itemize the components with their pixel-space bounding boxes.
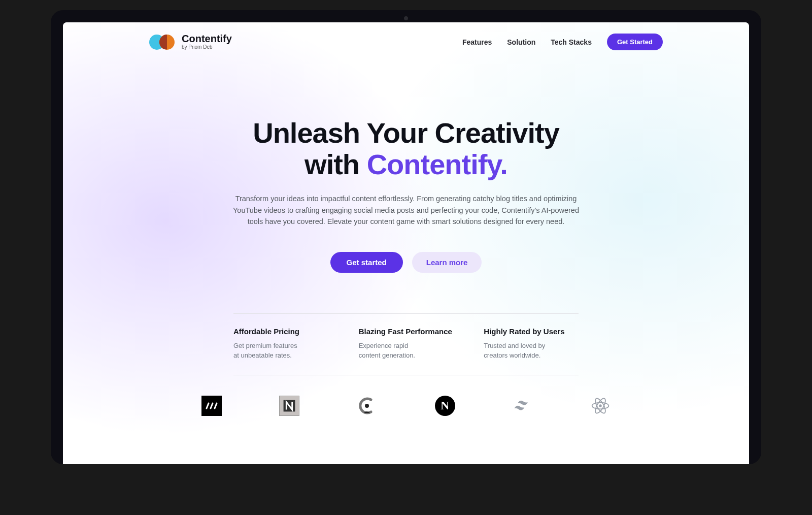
nhost-icon bbox=[279, 396, 299, 416]
hero-description: Transform your ideas into impactful cont… bbox=[228, 193, 584, 227]
svg-line-0 bbox=[207, 403, 209, 408]
nav-link-solution[interactable]: Solution bbox=[507, 38, 535, 46]
hero: Unleash Your Creativity with Contentify.… bbox=[63, 61, 749, 293]
feature-performance: Blazing Fast Performance Experience rapi… bbox=[359, 327, 454, 361]
nav-link-features[interactable]: Features bbox=[462, 38, 492, 46]
tech-logos-strip: N bbox=[173, 396, 639, 416]
hero-learn-more-button[interactable]: Learn more bbox=[412, 252, 482, 273]
svg-line-1 bbox=[211, 403, 213, 408]
logo-mark-icon bbox=[149, 34, 176, 50]
header: Contentify by Priom Deb Features Solutio… bbox=[63, 22, 749, 61]
hero-title: Unleash Your Creativity with Contentify. bbox=[104, 117, 708, 180]
feature-desc-line: Get premium features bbox=[233, 342, 297, 349]
feature-desc-line: at unbeatable rates. bbox=[233, 351, 292, 359]
svg-line-2 bbox=[215, 403, 217, 408]
react-icon bbox=[590, 396, 611, 416]
hero-title-line2-prefix: with bbox=[304, 148, 367, 180]
hero-title-accent: Contentify. bbox=[367, 148, 507, 180]
feature-desc-line: Trusted and loved by bbox=[484, 342, 545, 349]
feature-title: Affordable Pricing bbox=[233, 327, 328, 336]
feature-desc: Experience rapid content generation. bbox=[359, 341, 454, 361]
get-started-button[interactable]: Get Started bbox=[607, 34, 663, 50]
feature-title: Highly Rated by Users bbox=[484, 327, 579, 336]
feature-rated: Highly Rated by Users Trusted and loved … bbox=[484, 327, 579, 361]
svg-point-4 bbox=[365, 404, 369, 408]
feature-pricing: Affordable Pricing Get premium features … bbox=[233, 327, 328, 361]
logo-title: Contentify bbox=[182, 34, 232, 44]
hero-title-line1: Unleash Your Creativity bbox=[253, 117, 559, 149]
moralis-icon bbox=[201, 396, 222, 416]
nextjs-icon: N bbox=[435, 396, 455, 416]
feature-title: Blazing Fast Performance bbox=[359, 327, 454, 336]
feature-desc: Trusted and loved by creators worldwide. bbox=[484, 341, 579, 361]
feature-desc-line: content generation. bbox=[359, 351, 415, 359]
logo-text: Contentify by Priom Deb bbox=[182, 34, 232, 50]
hero-actions: Get started Learn more bbox=[104, 252, 708, 273]
tailwind-icon bbox=[513, 396, 533, 416]
hero-get-started-button[interactable]: Get started bbox=[330, 252, 403, 273]
logo-subtitle: by Priom Deb bbox=[182, 45, 232, 50]
features-row: Affordable Pricing Get premium features … bbox=[233, 313, 579, 375]
nav: Features Solution Tech Stacks Get Starte… bbox=[462, 34, 663, 50]
clerk-icon bbox=[357, 396, 377, 416]
nav-link-tech-stacks[interactable]: Tech Stacks bbox=[551, 38, 592, 46]
feature-desc: Get premium features at unbeatable rates… bbox=[233, 341, 328, 361]
feature-desc-line: Experience rapid bbox=[359, 342, 409, 349]
svg-point-8 bbox=[599, 404, 602, 407]
logo[interactable]: Contentify by Priom Deb bbox=[149, 34, 232, 50]
feature-desc-line: creators worldwide. bbox=[484, 351, 540, 359]
